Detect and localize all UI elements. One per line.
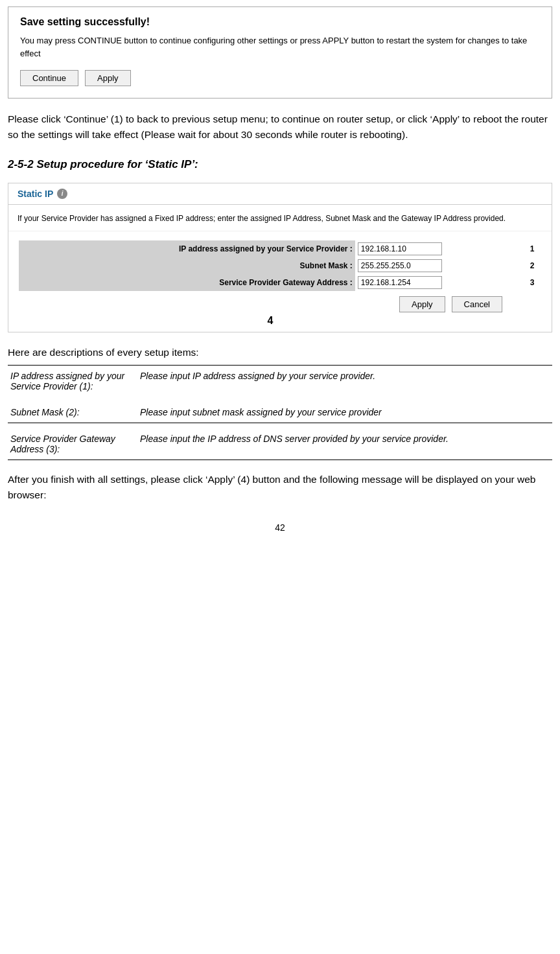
definition-2: Please input subnet mask assigned by you… <box>137 397 552 423</box>
field-input-cell-1 <box>355 240 524 257</box>
static-ip-panel: Static IP i If your Service Provider has… <box>8 183 552 332</box>
field-input-cell-3 <box>355 274 524 291</box>
form-action-buttons: Apply Cancel <box>399 296 502 312</box>
final-paragraph: After you finish with all settings, plea… <box>8 472 552 503</box>
field-input-cell-2 <box>355 257 524 274</box>
static-ip-header: Static IP i <box>8 183 552 205</box>
field-label-1: IP address assigned by your Service Prov… <box>19 240 355 257</box>
success-box: Save setting successfully! You may press… <box>8 6 552 99</box>
table-row: IP address assigned by your Service Prov… <box>19 240 541 257</box>
descriptions-table: IP address assigned by your Service Prov… <box>8 365 552 460</box>
field-label-2: Subnet Mask : <box>19 257 355 274</box>
page: Save setting successfully! You may press… <box>0 6 560 559</box>
list-item: Service Provider Gateway Address (3): Pl… <box>8 423 552 460</box>
ip-address-input[interactable] <box>358 242 442 255</box>
cancel-button-form[interactable]: Cancel <box>452 296 502 312</box>
success-buttons: Continue Apply <box>20 70 540 86</box>
continue-button[interactable]: Continue <box>20 70 78 86</box>
subnet-mask-input[interactable] <box>358 259 442 272</box>
term-3: Service Provider Gateway Address (3): <box>8 423 137 460</box>
table-row: Service Provider Gateway Address : 3 <box>19 274 541 291</box>
page-number: 42 <box>8 522 552 533</box>
term-1: IP address assigned by your Service Prov… <box>8 366 137 397</box>
list-item: IP address assigned by your Service Prov… <box>8 366 552 397</box>
apply-button-top[interactable]: Apply <box>85 70 131 86</box>
static-ip-description: If your Service Provider has assigned a … <box>8 205 552 231</box>
success-message: You may press CONTINUE button to continu… <box>20 34 540 60</box>
gateway-address-input[interactable] <box>358 276 442 289</box>
field-number-2: 2 <box>523 257 541 274</box>
form-table: IP address assigned by your Service Prov… <box>19 240 541 291</box>
field-label-3: Service Provider Gateway Address : <box>19 274 355 291</box>
field-number-1: 1 <box>523 240 541 257</box>
table-row: Subnet Mask : 2 <box>19 257 541 274</box>
success-title: Save setting successfully! <box>20 16 540 28</box>
definition-1: Please input IP address assigned by your… <box>137 366 552 397</box>
info-icon[interactable]: i <box>57 189 67 199</box>
form-actions-row: Apply Cancel <box>19 296 541 312</box>
term-2: Subnet Mask (2): <box>8 397 137 423</box>
field-number-3: 3 <box>523 274 541 291</box>
definition-3: Please input the IP address of DNS serve… <box>137 423 552 460</box>
section-heading: 2-5-2 Setup procedure for ‘Static IP’: <box>8 158 552 171</box>
intro-paragraph: Please click ‘Continue’ (1) to back to p… <box>8 111 552 143</box>
static-ip-title: Static IP <box>18 189 53 199</box>
apply-button-form[interactable]: Apply <box>399 296 445 312</box>
static-ip-form: IP address assigned by your Service Prov… <box>8 231 552 332</box>
number-4-label: 4 <box>19 315 522 327</box>
descriptions-heading: Here are descriptions of every setup ite… <box>8 347 552 358</box>
list-item: Subnet Mask (2): Please input subnet mas… <box>8 397 552 423</box>
